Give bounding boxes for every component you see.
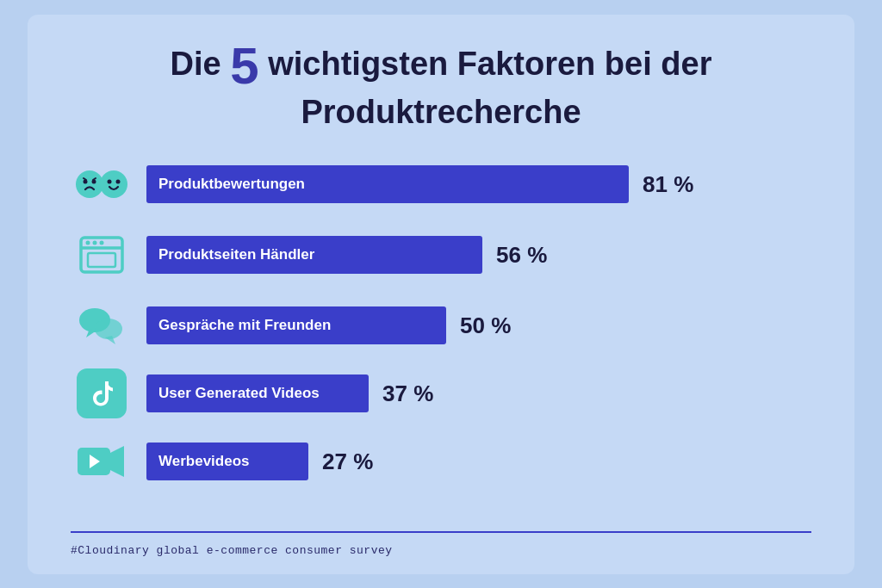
bar-percent-3: 50 %	[460, 313, 511, 339]
bar-label-4: User Generated Videos	[158, 385, 320, 402]
reviews-icon	[71, 157, 133, 212]
bar-label-2: Produktseiten Händler	[158, 246, 314, 263]
svg-point-4	[108, 180, 112, 184]
bar-container-4: User Generated Videos 37 %	[146, 374, 811, 412]
tiktok-bg	[77, 368, 127, 418]
bar-row-5: Werbevideos 27 %	[71, 434, 811, 489]
bar-1: Produktbewertungen	[146, 165, 629, 203]
bar-label-5: Werbevideos	[158, 453, 250, 470]
bar-label-1: Produktbewertungen	[158, 176, 305, 193]
chart-title: Die 5 wichtigsten Faktoren bei derProduk…	[71, 40, 811, 133]
main-card: Die 5 wichtigsten Faktoren bei derProduk…	[28, 15, 854, 574]
browser-icon	[71, 227, 133, 282]
bar-percent-4: 37 %	[382, 381, 433, 407]
bar-2: Produktseiten Händler	[146, 236, 482, 274]
bar-percent-1: 81 %	[643, 171, 693, 198]
bar-5: Werbevideos	[146, 443, 308, 480]
bar-container-3: Gespräche mit Freunden 50 %	[146, 306, 811, 344]
bars-container: Produktbewertungen 81 % Produktseite	[71, 157, 811, 517]
svg-point-3	[100, 170, 127, 198]
bar-row-1: Produktbewertungen 81 %	[71, 157, 811, 212]
title-number: 5	[230, 37, 258, 95]
bar-label-3: Gespräche mit Freunden	[158, 317, 331, 334]
svg-point-10	[100, 241, 104, 245]
bar-row-4: User Generated Videos 37 %	[71, 368, 811, 418]
bar-container-1: Produktbewertungen 81 %	[146, 165, 811, 203]
tiktok-icon	[71, 368, 133, 418]
bar-percent-2: 56 %	[496, 242, 547, 269]
footer: #Cloudinary global e-commerce consumer s…	[71, 531, 811, 557]
bar-3: Gespräche mit Freunden	[146, 306, 446, 344]
title-text: Die 5 wichtigsten Faktoren bei derProduk…	[71, 40, 811, 133]
video-icon	[71, 434, 133, 489]
bar-row-3: Gespräche mit Freunden 50 %	[71, 298, 811, 353]
footer-text: #Cloudinary global e-commerce consumer s…	[71, 544, 393, 557]
svg-point-8	[86, 241, 90, 245]
bar-row-2: Produktseiten Händler 56 %	[71, 227, 811, 282]
svg-marker-18	[110, 446, 124, 477]
svg-point-9	[93, 241, 97, 245]
bar-container-5: Werbevideos 27 %	[146, 443, 811, 480]
bar-4: User Generated Videos	[146, 374, 369, 412]
svg-point-0	[76, 170, 103, 198]
bar-container-2: Produktseiten Händler 56 %	[146, 236, 811, 274]
svg-point-5	[116, 180, 121, 184]
svg-rect-11	[88, 253, 115, 267]
chat-icon	[71, 298, 133, 353]
bar-percent-5: 27 %	[322, 449, 373, 475]
svg-point-14	[95, 319, 122, 339]
